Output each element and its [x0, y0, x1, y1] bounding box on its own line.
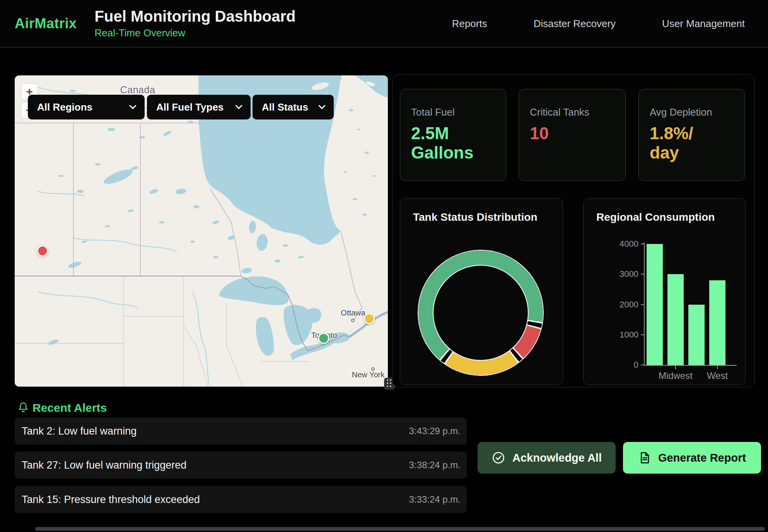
stat-label: Avg Depletion — [650, 106, 734, 118]
stat-value: 1.8%/day — [650, 124, 734, 162]
generate-report-label: Generate Report — [658, 452, 746, 464]
title-block: Fuel Monitoring Dashboard Real-Time Over… — [95, 8, 296, 39]
y-axis-line — [644, 242, 645, 366]
y-axis-tick-label: 1000 — [604, 330, 638, 340]
alert-row: Tank 27: Low fuel warning triggered 3:38… — [15, 452, 467, 479]
tank-marker-normal[interactable] — [318, 333, 329, 344]
alert-message: Tank 27: Low fuel warning triggered — [22, 459, 186, 471]
x-axis-line — [644, 365, 737, 366]
main-nav: Reports Disaster Recovery User Managemen… — [452, 0, 745, 48]
bell-icon — [17, 401, 29, 414]
y-axis-tick-label: 4000 — [604, 239, 638, 249]
alert-time: 3:33:24 p.m. — [409, 494, 461, 505]
check-circle-icon — [492, 451, 505, 465]
chart-title: Tank Status Distribution — [413, 211, 538, 223]
status-filter-select[interactable]: All Status — [253, 95, 334, 119]
fuel-type-filter-select[interactable]: All Fuel Types — [147, 95, 251, 119]
acknowledge-all-button[interactable]: Acknowledge All — [478, 442, 616, 474]
alert-time: 3:38:24 p.m. — [409, 460, 461, 471]
bar-series-1 — [647, 244, 663, 365]
alert-row: Tank 2: Low fuel warning 3:43:29 p.m. — [15, 418, 467, 445]
chevron-down-icon — [318, 102, 325, 109]
alert-row: Tank 15: Pressure threshold exceeded 3:3… — [15, 486, 467, 513]
tank-status-donut-chart[interactable] — [418, 251, 543, 375]
y-axis-tick-label: 2000 — [604, 300, 638, 310]
nav-item-disaster-recovery[interactable]: Disaster Recovery — [534, 18, 616, 30]
x-axis-tick-label: West — [707, 370, 728, 381]
regional-consumption-bar-chart[interactable]: 01000200030004000MidwestWest — [584, 199, 746, 385]
page-title: Fuel Monitoring Dashboard — [95, 8, 296, 25]
bar-Midwest — [667, 274, 684, 365]
app-logo: AirMatrix — [15, 15, 77, 32]
x-axis-tick-mark — [717, 366, 718, 369]
horizontal-scrollbar[interactable] — [35, 527, 765, 531]
map-label-new-york: New York — [352, 370, 385, 379]
page-subtitle: Real-Time Overview — [95, 27, 296, 39]
header: AirMatrix Fuel Monitoring Dashboard Real… — [0, 0, 768, 48]
status-filter-value: All Status — [262, 101, 308, 113]
alerts-section-title: Recent Alerts — [32, 401, 107, 414]
generate-report-button[interactable]: Generate Report — [623, 442, 761, 474]
nav-item-reports[interactable]: Reports — [452, 18, 487, 30]
bar-West — [709, 280, 725, 365]
x-axis-tick-mark — [675, 366, 676, 369]
metrics-panel: Total Fuel 2.5MGallons Critical Tanks 10… — [392, 74, 755, 387]
alert-message: Tank 15: Pressure threshold exceeded — [22, 494, 200, 506]
stat-card-critical-tanks: Critical Tanks 10 — [519, 89, 626, 181]
fuel-type-filter-value: All Fuel Types — [156, 101, 224, 113]
nav-item-user-management[interactable]: User Management — [662, 18, 745, 30]
chevron-down-icon — [129, 102, 136, 109]
map-label-ottawa: Ottawa — [341, 309, 365, 317]
tank-marker-warning[interactable] — [364, 313, 375, 324]
regional-consumption-card: Regional Consumption 01000200030004000Mi… — [583, 198, 746, 385]
stat-card-total-fuel: Total Fuel 2.5MGallons — [400, 89, 506, 181]
map-label-canada: Canada — [120, 84, 155, 95]
tank-status-distribution-card: Tank Status Distribution — [400, 198, 563, 385]
alert-time: 3:43:29 p.m. — [409, 426, 461, 437]
map-panel[interactable]: Canada Ottawa Toronto New York + − All R… — [15, 75, 388, 387]
region-filter-value: All Regions — [37, 101, 92, 113]
stat-card-avg-depletion: Avg Depletion 1.8%/day — [638, 89, 745, 181]
stat-value: 10 — [530, 124, 614, 143]
tank-marker-critical[interactable] — [37, 246, 48, 257]
stat-label: Total Fuel — [411, 106, 495, 118]
dashboard-root: AirMatrix Fuel Monitoring Dashboard Real… — [0, 0, 768, 532]
bar-series-3 — [688, 305, 705, 365]
report-document-icon — [638, 451, 651, 464]
map-filters: All Regions All Fuel Types All Status — [28, 95, 334, 119]
stat-label: Critical Tanks — [530, 106, 614, 118]
y-axis-tick-label: 0 — [604, 360, 638, 370]
acknowledge-all-label: Acknowledge All — [512, 452, 602, 464]
alert-message: Tank 2: Low fuel warning — [22, 425, 137, 437]
x-axis-tick-label: Midwest — [659, 370, 693, 381]
stat-value: 2.5MGallons — [411, 124, 495, 162]
y-axis-tick-label: 3000 — [604, 269, 638, 279]
region-filter-select[interactable]: All Regions — [28, 95, 145, 119]
map-graphic — [15, 75, 388, 387]
ottawa-town-dot — [351, 319, 355, 322]
donut-hole — [433, 265, 529, 361]
chevron-down-icon — [235, 102, 242, 109]
